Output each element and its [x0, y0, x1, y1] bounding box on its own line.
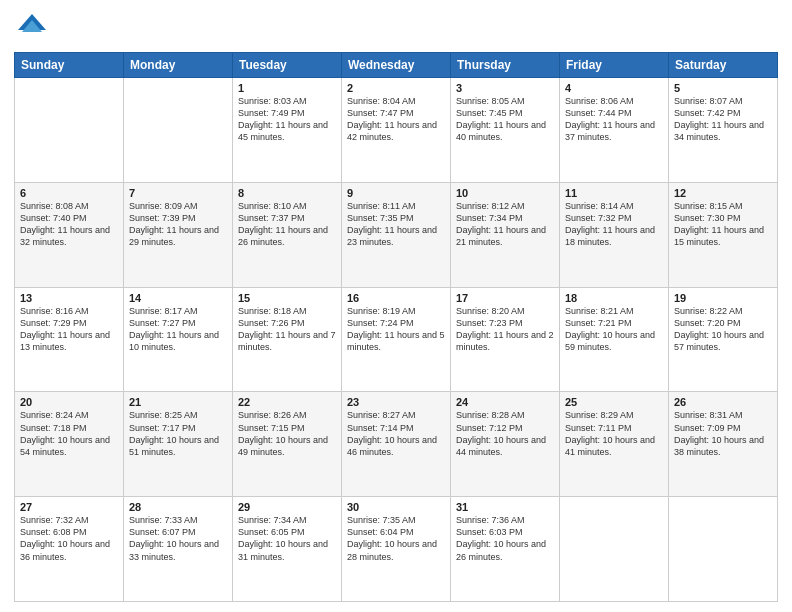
day-cell: 12Sunrise: 8:15 AM Sunset: 7:30 PM Dayli…: [669, 182, 778, 287]
weekday-header-wednesday: Wednesday: [342, 53, 451, 78]
day-cell: 7Sunrise: 8:09 AM Sunset: 7:39 PM Daylig…: [124, 182, 233, 287]
day-cell: 27Sunrise: 7:32 AM Sunset: 6:08 PM Dayli…: [15, 497, 124, 602]
day-cell: 2Sunrise: 8:04 AM Sunset: 7:47 PM Daylig…: [342, 78, 451, 183]
day-number: 24: [456, 396, 554, 408]
day-number: 20: [20, 396, 118, 408]
day-cell: 17Sunrise: 8:20 AM Sunset: 7:23 PM Dayli…: [451, 287, 560, 392]
day-cell: 4Sunrise: 8:06 AM Sunset: 7:44 PM Daylig…: [560, 78, 669, 183]
day-number: 2: [347, 82, 445, 94]
day-cell: 15Sunrise: 8:18 AM Sunset: 7:26 PM Dayli…: [233, 287, 342, 392]
week-row-1: 1Sunrise: 8:03 AM Sunset: 7:49 PM Daylig…: [15, 78, 778, 183]
day-info: Sunrise: 8:14 AM Sunset: 7:32 PM Dayligh…: [565, 200, 663, 249]
day-number: 5: [674, 82, 772, 94]
day-info: Sunrise: 8:12 AM Sunset: 7:34 PM Dayligh…: [456, 200, 554, 249]
week-row-5: 27Sunrise: 7:32 AM Sunset: 6:08 PM Dayli…: [15, 497, 778, 602]
logo-icon: [14, 10, 50, 46]
page: SundayMondayTuesdayWednesdayThursdayFrid…: [0, 0, 792, 612]
day-cell: 22Sunrise: 8:26 AM Sunset: 7:15 PM Dayli…: [233, 392, 342, 497]
day-number: 22: [238, 396, 336, 408]
day-number: 27: [20, 501, 118, 513]
day-number: 23: [347, 396, 445, 408]
day-info: Sunrise: 8:26 AM Sunset: 7:15 PM Dayligh…: [238, 409, 336, 458]
day-cell: 9Sunrise: 8:11 AM Sunset: 7:35 PM Daylig…: [342, 182, 451, 287]
day-number: 31: [456, 501, 554, 513]
day-info: Sunrise: 8:15 AM Sunset: 7:30 PM Dayligh…: [674, 200, 772, 249]
day-cell: 28Sunrise: 7:33 AM Sunset: 6:07 PM Dayli…: [124, 497, 233, 602]
day-info: Sunrise: 8:03 AM Sunset: 7:49 PM Dayligh…: [238, 95, 336, 144]
day-info: Sunrise: 8:17 AM Sunset: 7:27 PM Dayligh…: [129, 305, 227, 354]
day-info: Sunrise: 8:07 AM Sunset: 7:42 PM Dayligh…: [674, 95, 772, 144]
day-info: Sunrise: 8:18 AM Sunset: 7:26 PM Dayligh…: [238, 305, 336, 354]
day-info: Sunrise: 7:35 AM Sunset: 6:04 PM Dayligh…: [347, 514, 445, 563]
day-number: 16: [347, 292, 445, 304]
day-cell: 24Sunrise: 8:28 AM Sunset: 7:12 PM Dayli…: [451, 392, 560, 497]
day-number: 14: [129, 292, 227, 304]
day-info: Sunrise: 8:09 AM Sunset: 7:39 PM Dayligh…: [129, 200, 227, 249]
week-row-2: 6Sunrise: 8:08 AM Sunset: 7:40 PM Daylig…: [15, 182, 778, 287]
day-info: Sunrise: 8:22 AM Sunset: 7:20 PM Dayligh…: [674, 305, 772, 354]
weekday-header-thursday: Thursday: [451, 53, 560, 78]
day-number: 4: [565, 82, 663, 94]
day-cell: 21Sunrise: 8:25 AM Sunset: 7:17 PM Dayli…: [124, 392, 233, 497]
day-number: 3: [456, 82, 554, 94]
day-info: Sunrise: 8:10 AM Sunset: 7:37 PM Dayligh…: [238, 200, 336, 249]
day-info: Sunrise: 8:24 AM Sunset: 7:18 PM Dayligh…: [20, 409, 118, 458]
day-cell: 29Sunrise: 7:34 AM Sunset: 6:05 PM Dayli…: [233, 497, 342, 602]
day-cell: [669, 497, 778, 602]
day-info: Sunrise: 8:31 AM Sunset: 7:09 PM Dayligh…: [674, 409, 772, 458]
day-info: Sunrise: 7:33 AM Sunset: 6:07 PM Dayligh…: [129, 514, 227, 563]
day-number: 29: [238, 501, 336, 513]
day-number: 30: [347, 501, 445, 513]
day-cell: 11Sunrise: 8:14 AM Sunset: 7:32 PM Dayli…: [560, 182, 669, 287]
day-info: Sunrise: 8:11 AM Sunset: 7:35 PM Dayligh…: [347, 200, 445, 249]
day-cell: 30Sunrise: 7:35 AM Sunset: 6:04 PM Dayli…: [342, 497, 451, 602]
day-info: Sunrise: 8:25 AM Sunset: 7:17 PM Dayligh…: [129, 409, 227, 458]
day-cell: 16Sunrise: 8:19 AM Sunset: 7:24 PM Dayli…: [342, 287, 451, 392]
day-cell: 18Sunrise: 8:21 AM Sunset: 7:21 PM Dayli…: [560, 287, 669, 392]
day-number: 17: [456, 292, 554, 304]
day-info: Sunrise: 8:27 AM Sunset: 7:14 PM Dayligh…: [347, 409, 445, 458]
logo: [14, 10, 54, 46]
day-cell: 5Sunrise: 8:07 AM Sunset: 7:42 PM Daylig…: [669, 78, 778, 183]
weekday-header-monday: Monday: [124, 53, 233, 78]
day-info: Sunrise: 7:34 AM Sunset: 6:05 PM Dayligh…: [238, 514, 336, 563]
day-cell: 6Sunrise: 8:08 AM Sunset: 7:40 PM Daylig…: [15, 182, 124, 287]
day-cell: 20Sunrise: 8:24 AM Sunset: 7:18 PM Dayli…: [15, 392, 124, 497]
day-number: 10: [456, 187, 554, 199]
day-info: Sunrise: 8:08 AM Sunset: 7:40 PM Dayligh…: [20, 200, 118, 249]
day-number: 7: [129, 187, 227, 199]
day-cell: 13Sunrise: 8:16 AM Sunset: 7:29 PM Dayli…: [15, 287, 124, 392]
day-number: 12: [674, 187, 772, 199]
day-cell: [124, 78, 233, 183]
day-info: Sunrise: 8:16 AM Sunset: 7:29 PM Dayligh…: [20, 305, 118, 354]
weekday-header-friday: Friday: [560, 53, 669, 78]
day-info: Sunrise: 8:06 AM Sunset: 7:44 PM Dayligh…: [565, 95, 663, 144]
day-number: 18: [565, 292, 663, 304]
day-number: 26: [674, 396, 772, 408]
day-info: Sunrise: 8:28 AM Sunset: 7:12 PM Dayligh…: [456, 409, 554, 458]
day-cell: [560, 497, 669, 602]
day-info: Sunrise: 7:32 AM Sunset: 6:08 PM Dayligh…: [20, 514, 118, 563]
day-cell: 8Sunrise: 8:10 AM Sunset: 7:37 PM Daylig…: [233, 182, 342, 287]
day-info: Sunrise: 8:20 AM Sunset: 7:23 PM Dayligh…: [456, 305, 554, 354]
day-cell: 3Sunrise: 8:05 AM Sunset: 7:45 PM Daylig…: [451, 78, 560, 183]
day-number: 25: [565, 396, 663, 408]
day-info: Sunrise: 8:21 AM Sunset: 7:21 PM Dayligh…: [565, 305, 663, 354]
day-number: 13: [20, 292, 118, 304]
weekday-header-tuesday: Tuesday: [233, 53, 342, 78]
day-cell: 19Sunrise: 8:22 AM Sunset: 7:20 PM Dayli…: [669, 287, 778, 392]
day-number: 21: [129, 396, 227, 408]
day-number: 6: [20, 187, 118, 199]
day-cell: 14Sunrise: 8:17 AM Sunset: 7:27 PM Dayli…: [124, 287, 233, 392]
calendar-table: SundayMondayTuesdayWednesdayThursdayFrid…: [14, 52, 778, 602]
day-info: Sunrise: 8:19 AM Sunset: 7:24 PM Dayligh…: [347, 305, 445, 354]
day-cell: 31Sunrise: 7:36 AM Sunset: 6:03 PM Dayli…: [451, 497, 560, 602]
day-info: Sunrise: 7:36 AM Sunset: 6:03 PM Dayligh…: [456, 514, 554, 563]
day-number: 9: [347, 187, 445, 199]
day-cell: 25Sunrise: 8:29 AM Sunset: 7:11 PM Dayli…: [560, 392, 669, 497]
day-number: 1: [238, 82, 336, 94]
week-row-4: 20Sunrise: 8:24 AM Sunset: 7:18 PM Dayli…: [15, 392, 778, 497]
day-number: 15: [238, 292, 336, 304]
day-cell: 26Sunrise: 8:31 AM Sunset: 7:09 PM Dayli…: [669, 392, 778, 497]
day-cell: 1Sunrise: 8:03 AM Sunset: 7:49 PM Daylig…: [233, 78, 342, 183]
